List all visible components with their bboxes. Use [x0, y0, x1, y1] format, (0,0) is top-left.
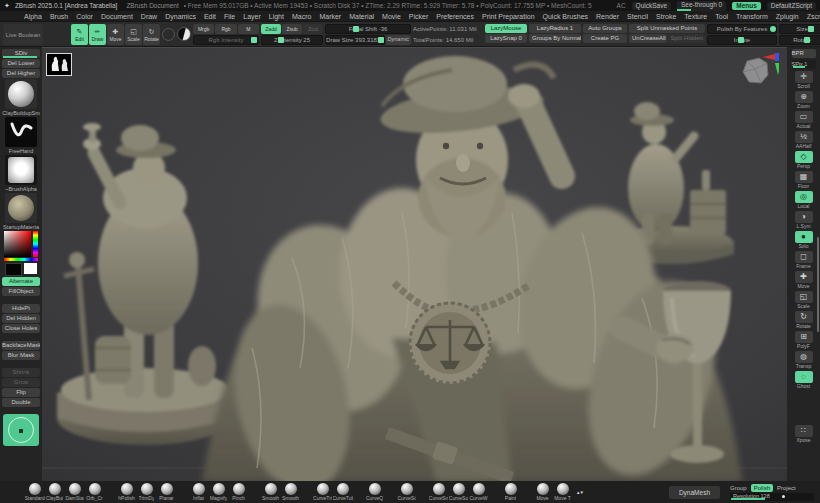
brush-shortcut[interactable]: CurveSt — [398, 483, 415, 501]
inflate-slider[interactable]: Inflate — [707, 35, 777, 45]
groups-by-normals-slider[interactable]: Groups By Normals — [529, 34, 581, 43]
menu-item[interactable]: Print Preparation — [482, 13, 535, 20]
left-shelf-button[interactable]: Blur Mask — [2, 351, 40, 360]
uncrease-all-button[interactable]: UnCreaseAll — [629, 34, 667, 43]
mode-button[interactable]: ✏ Draw — [89, 24, 106, 45]
menu-item[interactable]: Picker — [409, 13, 428, 20]
menu-item[interactable]: Quick Brushes — [543, 13, 589, 20]
right-shelf-button[interactable]: ∷ Xpose — [791, 425, 817, 443]
mode-button[interactable]: ✎ Edit — [71, 24, 88, 45]
menu-item[interactable]: Material — [349, 13, 374, 20]
right-shelf-button[interactable]: ✛ Scroll — [791, 71, 817, 89]
menu-item[interactable]: Alpha — [24, 13, 42, 20]
right-shelf-button[interactable]: ▭ Actual — [791, 111, 817, 129]
menu-item[interactable]: Zscript — [807, 13, 820, 20]
secondary-color-swatch[interactable] — [24, 263, 37, 274]
auto-groups-button[interactable]: Auto Groups — [583, 24, 627, 33]
brush-shortcut[interactable]: Move — [534, 483, 551, 501]
focal-shift-slider[interactable]: Focal Shift -36 — [325, 24, 411, 34]
menu-item[interactable]: Dynamics — [165, 13, 196, 20]
sculpt-mode-button[interactable]: Zsub — [282, 24, 302, 34]
brush-shortcut[interactable]: CurveTri — [314, 483, 331, 501]
right-shelf-button[interactable]: ✚ Move — [791, 271, 817, 289]
spectrum-strip[interactable] — [4, 258, 38, 261]
menu-item[interactable]: Stencil — [627, 13, 648, 20]
brush-shortcut[interactable]: Magnify — [210, 483, 227, 501]
group-toggle[interactable]: Group — [730, 485, 747, 491]
current-material-thumbnail[interactable] — [5, 193, 37, 223]
left-shelf-button[interactable]: Double — [2, 398, 40, 407]
right-shelf-button[interactable]: ▦ Floor — [791, 171, 817, 189]
right-shelf-button[interactable]: ● Solo — [791, 231, 817, 249]
menus-toggle-button[interactable]: Menus — [732, 2, 761, 10]
left-shelf-button[interactable]: Del Hidden — [2, 314, 40, 323]
current-brush-thumbnail[interactable] — [5, 79, 37, 109]
left-shelf-button[interactable]: BackfaceMask — [2, 341, 40, 350]
brush-shortcut[interactable]: CurveW — [470, 483, 487, 501]
menu-item[interactable]: Movie — [382, 13, 401, 20]
split-hidden-button[interactable]: Split Hidden — [668, 34, 706, 43]
size-slider[interactable]: Size — [779, 24, 820, 34]
bpr-render-button[interactable]: BPR — [792, 49, 816, 58]
pivot-icon[interactable] — [162, 28, 175, 41]
polish-by-features-slider[interactable]: Polish By Features — [707, 24, 777, 34]
polish-toggle[interactable]: Polish — [751, 484, 773, 492]
menu-item[interactable]: Zplugin — [776, 13, 799, 20]
live-boolean-button[interactable]: Live Boolean — [3, 24, 43, 45]
saturation-value-square[interactable] — [4, 231, 31, 257]
axis-gizmo[interactable] — [735, 51, 779, 95]
brush-shortcut[interactable]: CurveQ — [366, 483, 383, 501]
brush-shortcut[interactable]: Smooth — [262, 483, 279, 501]
curve-falloff-widget[interactable] — [3, 414, 39, 446]
menu-item[interactable]: Brush — [50, 13, 68, 20]
brush-shortcut[interactable]: CurveSu — [450, 483, 467, 501]
sculpt-mode-button[interactable]: Zadd — [261, 24, 281, 34]
z-intensity-slider[interactable]: Z Intensity 25 — [261, 35, 323, 45]
right-shelf-button[interactable]: ◍ Transp — [791, 351, 817, 369]
paint-mode-button[interactable]: M — [238, 24, 259, 34]
main-color-swatch[interactable] — [5, 263, 22, 276]
mode-button[interactable]: ✚ Move — [107, 24, 124, 45]
brush-shortcut[interactable]: Inflat — [190, 483, 207, 501]
split-unmasked-points-button[interactable]: Split Unmasked Points — [629, 24, 705, 33]
paint-mode-button[interactable]: Rgb — [215, 24, 236, 34]
menu-item[interactable]: Document — [101, 13, 133, 20]
color-picker[interactable] — [4, 231, 38, 261]
left-shelf-button[interactable]: Shrink — [2, 368, 40, 377]
left-shelf-button[interactable]: Alternate — [2, 277, 40, 286]
hue-strip[interactable] — [33, 231, 38, 257]
left-shelf-button[interactable]: Close Holes — [2, 324, 40, 333]
paint-mode-button[interactable]: Mrgb — [193, 24, 214, 34]
menu-item[interactable]: Render — [596, 13, 619, 20]
spix-slider[interactable]: SPix 1 — [792, 60, 816, 69]
brush-shortcut[interactable]: Planar — [158, 483, 175, 501]
viewport-canvas[interactable] — [42, 47, 787, 481]
create-pg-button[interactable]: Create PG — [583, 34, 627, 43]
dynamic-draw-size-toggle[interactable]: Dynamic — [386, 35, 411, 45]
brush-shortcut[interactable]: Orb_Cr — [86, 483, 103, 501]
lazysnap-slider[interactable]: LazySnap 0 — [485, 34, 527, 43]
current-stroke-thumbnail[interactable] — [5, 117, 37, 147]
mode-button[interactable]: ◱ Scale — [125, 24, 142, 45]
left-shelf-button[interactable]: Del Higher — [2, 69, 40, 78]
brush-shortcut[interactable]: Smooth — [282, 483, 299, 501]
quicksave-button[interactable]: QuickSave — [632, 2, 671, 10]
menu-item[interactable]: Marker — [319, 13, 341, 20]
menu-item[interactable]: Texture — [684, 13, 707, 20]
brush-shortcut[interactable]: Standard — [26, 483, 43, 501]
brush-shortcut[interactable]: CurveTub — [334, 483, 351, 501]
menu-item[interactable]: File — [224, 13, 235, 20]
sdiv-slider[interactable]: SDiv — [2, 49, 40, 58]
seethrough-slider[interactable]: See-through 0 — [677, 1, 726, 11]
document-thumbnail[interactable] — [46, 53, 72, 76]
sculptris-pro-icon[interactable] — [177, 27, 191, 41]
lazyradius-slider[interactable]: LazyRadius 1 — [529, 24, 581, 33]
dynamesh-button[interactable]: DynaMesh — [669, 486, 720, 499]
right-shelf-button[interactable]: ◎ Local — [791, 191, 817, 209]
menu-item[interactable]: Stroke — [656, 13, 676, 20]
brush-shortcut[interactable]: Pinch — [230, 483, 247, 501]
draw-size-slider[interactable]: Draw Size 393.31839 — [325, 35, 385, 45]
menu-item[interactable]: Light — [269, 13, 284, 20]
brush-shortcut[interactable]: hPolish — [118, 483, 135, 501]
project-toggle[interactable]: Project — [777, 485, 796, 491]
